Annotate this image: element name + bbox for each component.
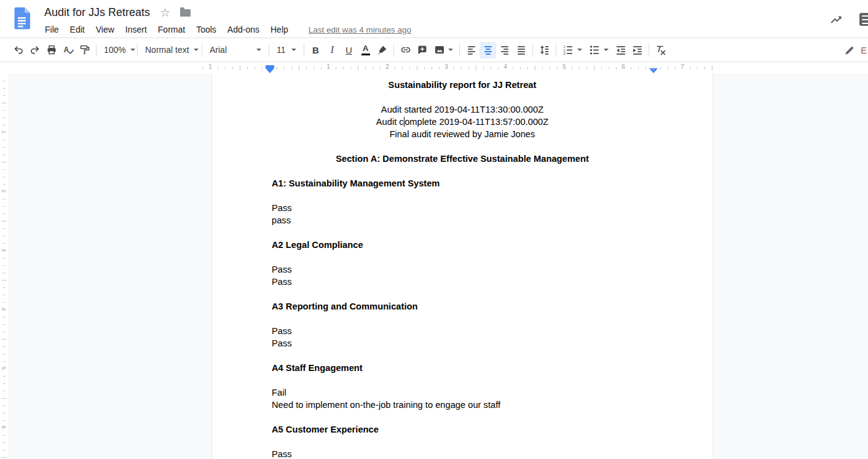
editing-mode-button[interactable]: E <box>842 42 868 58</box>
doc-paragraph[interactable] <box>272 140 653 153</box>
ruler-tick <box>3 243 6 244</box>
ruler-tick <box>3 376 6 377</box>
zoom-select[interactable]: 100% <box>100 42 134 58</box>
ruler-tick <box>675 67 676 70</box>
ruler-tick <box>277 67 277 70</box>
align-left-button[interactable] <box>463 42 479 58</box>
ruler-tick <box>3 258 6 258</box>
google-docs-logo[interactable] <box>14 7 30 30</box>
menu-insert[interactable]: Insert <box>120 23 152 36</box>
list-icon-partial[interactable] <box>859 13 868 26</box>
italic-button[interactable]: I <box>324 42 341 58</box>
insert-link-button[interactable] <box>397 42 414 58</box>
paragraph-style-select[interactable]: Normal text <box>141 42 199 58</box>
left-indent-marker[interactable] <box>266 68 274 73</box>
insights-icon[interactable] <box>830 13 843 26</box>
svg-text:A: A <box>63 46 69 54</box>
document-title[interactable]: Audit for JJs Retreats <box>39 6 155 19</box>
document-page[interactable]: Sustainability report for JJ RetreatAudi… <box>211 73 713 459</box>
undo-button[interactable] <box>10 42 26 58</box>
doc-paragraph[interactable]: Sustainability report for JJ Retreat <box>272 79 653 91</box>
ruler-tick <box>660 67 661 70</box>
font-size-select[interactable]: 11 <box>272 42 301 58</box>
text-color-button[interactable]: A <box>357 42 374 58</box>
doc-paragraph[interactable] <box>272 190 653 202</box>
doc-paragraph[interactable]: Pass <box>272 325 653 337</box>
ruler-tick <box>3 184 6 185</box>
doc-paragraph[interactable]: Pass <box>272 337 653 349</box>
menu-help[interactable]: Help <box>265 23 294 36</box>
doc-paragraph[interactable]: Final audit reviewed by Jamie Jones <box>272 128 653 140</box>
last-edit-link[interactable]: Last edit was 4 minutes ago <box>309 25 411 34</box>
numbered-list-button[interactable]: 123 <box>559 42 576 58</box>
doc-paragraph[interactable] <box>272 288 653 300</box>
justify-button[interactable] <box>513 42 529 58</box>
indent-increase-button[interactable] <box>629 42 645 58</box>
horizontal-ruler[interactable]: 12345671 <box>0 62 868 73</box>
clear-formatting-button[interactable] <box>652 42 669 58</box>
ruler-tick <box>3 413 6 413</box>
folder-icon[interactable] <box>180 9 191 17</box>
doc-paragraph[interactable] <box>272 251 653 263</box>
ruler-tick <box>2 280 7 281</box>
ruler-tick <box>3 442 6 443</box>
menu-tools[interactable]: Tools <box>191 23 222 36</box>
highlight-color-button[interactable] <box>374 42 390 58</box>
indent-decrease-button[interactable] <box>612 42 629 58</box>
doc-paragraph[interactable] <box>272 411 653 423</box>
doc-paragraph[interactable] <box>272 165 653 177</box>
spellcheck-button[interactable]: A <box>60 42 76 58</box>
menu-edit[interactable]: Edit <box>65 23 90 36</box>
ruler-tick <box>314 67 314 70</box>
doc-paragraph[interactable]: Pass <box>272 276 653 288</box>
doc-paragraph[interactable]: Pass <box>272 202 653 214</box>
right-indent-marker[interactable] <box>649 68 658 73</box>
chevron-down-icon[interactable] <box>604 49 609 51</box>
ruler-tick <box>712 66 712 71</box>
chevron-down-icon[interactable] <box>577 49 582 51</box>
menu-format[interactable]: Format <box>152 23 191 36</box>
link-icon <box>400 44 412 56</box>
bulleted-list-button[interactable] <box>586 42 602 58</box>
ruler-tick <box>203 67 203 70</box>
paint-format-button[interactable] <box>76 42 93 58</box>
doc-paragraph[interactable]: A3 Reporting and Communication <box>272 300 653 313</box>
doc-paragraph[interactable]: Audit started 2019-04-11T13:30:00.000Z <box>272 103 653 116</box>
menu-file[interactable]: File <box>39 23 65 36</box>
doc-paragraph[interactable]: Section A: Demonstrate Effective Sustain… <box>272 153 653 165</box>
toolbar-separator <box>202 44 202 57</box>
doc-paragraph[interactable] <box>272 436 653 448</box>
underline-button[interactable]: U <box>341 42 357 58</box>
doc-paragraph[interactable]: A2 Legal Compliance <box>272 239 653 251</box>
ruler-tick <box>3 140 6 140</box>
doc-paragraph[interactable]: Audit complete 2019-04-11T13:57:00.000Z <box>272 116 653 128</box>
doc-paragraph[interactable]: Fail <box>272 386 653 399</box>
vertical-ruler[interactable]: 123456 <box>0 73 8 459</box>
ruler-tick <box>3 302 6 303</box>
align-right-button[interactable] <box>496 42 513 58</box>
bold-button[interactable]: B <box>307 42 324 58</box>
doc-paragraph[interactable]: A5 Customer Experience <box>272 423 653 436</box>
star-icon[interactable]: ☆ <box>160 7 170 18</box>
print-button[interactable] <box>43 42 60 58</box>
align-center-button[interactable] <box>479 42 496 58</box>
redo-button[interactable] <box>26 42 43 58</box>
insert-image-button[interactable] <box>430 42 456 58</box>
doc-paragraph[interactable] <box>272 313 653 325</box>
doc-paragraph[interactable] <box>272 226 653 239</box>
line-spacing-button[interactable] <box>536 42 553 58</box>
font-select[interactable]: Arial <box>205 42 266 58</box>
doc-paragraph[interactable]: pass <box>272 214 653 226</box>
header: Audit for JJs Retreats ☆ FileEditViewIns… <box>0 0 868 38</box>
add-comment-button[interactable] <box>414 42 430 58</box>
doc-paragraph[interactable]: Need to implement on-the-job training to… <box>272 399 653 411</box>
doc-paragraph[interactable]: Pass <box>272 263 653 276</box>
doc-paragraph[interactable] <box>272 374 653 386</box>
doc-paragraph[interactable]: Pass <box>272 448 653 459</box>
doc-paragraph[interactable]: A4 Staff Engagement <box>272 362 653 374</box>
doc-paragraph[interactable]: A1: Sustainability Management System <box>272 177 653 190</box>
menu-add-ons[interactable]: Add-ons <box>222 23 265 36</box>
doc-paragraph[interactable] <box>272 91 653 103</box>
menu-view[interactable]: View <box>90 23 120 36</box>
doc-paragraph[interactable] <box>272 349 653 362</box>
